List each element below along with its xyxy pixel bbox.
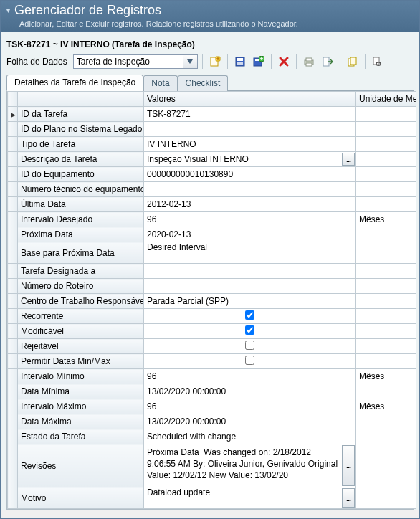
field-value[interactable]: 96 <box>144 369 356 384</box>
field-value[interactable]: 96 <box>144 212 356 227</box>
row-header[interactable] <box>8 369 18 384</box>
field-unit <box>356 324 416 339</box>
field-checkbox[interactable] <box>245 310 254 320</box>
field-label: Intervalo Mínimo <box>18 369 144 384</box>
column-header-unit[interactable]: Unidade de Me <box>356 92 416 107</box>
save-button[interactable] <box>232 54 248 70</box>
new-record-button[interactable] <box>207 54 223 70</box>
row-header[interactable] <box>8 212 18 227</box>
field-value[interactable] <box>144 264 356 279</box>
app-title: Gerenciador de Registros <box>14 3 161 18</box>
export-button[interactable] <box>320 54 335 70</box>
copy-icon <box>347 56 358 67</box>
field-value[interactable]: Próxima Data_Was changed on: 2/18/2012 9… <box>144 444 356 487</box>
field-value[interactable] <box>144 309 356 324</box>
field-value[interactable]: Scheduled with change <box>144 429 356 444</box>
row-header[interactable] <box>8 324 18 339</box>
column-header-field[interactable] <box>18 92 144 107</box>
row-header[interactable] <box>8 152 18 167</box>
datasheet-combo[interactable] <box>73 54 198 69</box>
tab-note[interactable]: Nota <box>143 75 177 91</box>
link-icon <box>372 56 383 67</box>
row-header[interactable] <box>8 242 18 264</box>
save-add-button[interactable] <box>251 54 267 70</box>
field-value[interactable] <box>144 122 356 137</box>
copy-button[interactable] <box>345 54 361 70</box>
field-value[interactable]: IV INTERNO <box>144 137 356 152</box>
corner-cell <box>8 92 18 107</box>
field-label: Centro de Trabalho Responsável <box>18 294 144 309</box>
row-header[interactable] <box>8 294 18 309</box>
row-header[interactable] <box>8 197 18 212</box>
field-value[interactable] <box>144 279 356 294</box>
field-value[interactable] <box>144 324 356 339</box>
field-label: Data Máxima <box>18 414 144 429</box>
field-value[interactable] <box>144 182 356 197</box>
field-label: ID da Tarefa <box>18 107 144 122</box>
row-header[interactable] <box>8 384 18 399</box>
field-label: Tipo de Tarefa <box>18 137 144 152</box>
row-header[interactable] <box>8 122 18 137</box>
field-label: Número técnico do equipamento <box>18 182 144 197</box>
titlebar: ▾ Gerenciador de Registros Adicionar, Ed… <box>1 1 419 32</box>
row-header[interactable]: ▶ <box>8 107 18 122</box>
svg-rect-3 <box>237 58 243 61</box>
row-header[interactable] <box>8 264 18 279</box>
datasheet-input[interactable] <box>73 54 183 69</box>
row-header[interactable] <box>8 309 18 324</box>
row-header[interactable] <box>8 167 18 182</box>
field-value[interactable]: 13/02/2020 00:00:00 <box>144 414 356 429</box>
field-value[interactable]: Desired Interval <box>144 242 356 264</box>
row-header[interactable] <box>8 137 18 152</box>
app-subtitle: Adicionar, Editar e Excluir registros. R… <box>19 19 414 28</box>
row-header[interactable] <box>8 444 18 487</box>
table-row: ▶ID da TarefaTSK-87271 <box>8 107 416 122</box>
field-value[interactable]: 000000000010130890 <box>144 167 356 182</box>
field-unit <box>356 264 416 279</box>
field-value[interactable] <box>144 354 356 369</box>
table-row: Recorrente <box>8 309 416 324</box>
row-header[interactable] <box>8 487 18 509</box>
ellipsis-button[interactable]: ... <box>342 488 355 508</box>
row-header[interactable] <box>8 339 18 354</box>
field-checkbox[interactable] <box>245 341 254 350</box>
column-header-values[interactable]: Valores <box>144 92 356 107</box>
field-value[interactable]: Inspeção Visual INTERNO... <box>144 152 356 167</box>
field-value[interactable] <box>144 339 356 354</box>
ellipsis-button[interactable]: ... <box>342 445 355 486</box>
field-value[interactable]: Parada Parcial (SPP) <box>144 294 356 309</box>
delete-icon <box>278 56 290 67</box>
field-label: ID do Equipamento <box>18 167 144 182</box>
row-header[interactable] <box>8 414 18 429</box>
field-value[interactable]: 13/02/2020 00:00:00 <box>144 384 356 399</box>
tab-checklist[interactable]: Checklist <box>178 75 229 91</box>
row-header[interactable] <box>8 279 18 294</box>
table-row: Estado da TarefaScheduled with change <box>8 429 416 444</box>
field-unit <box>356 152 416 167</box>
field-value[interactable]: Dataload update... <box>144 487 356 509</box>
field-unit <box>356 444 416 487</box>
ellipsis-button[interactable]: ... <box>342 153 355 166</box>
link-button[interactable] <box>370 54 386 70</box>
field-checkbox[interactable] <box>245 325 254 335</box>
row-header[interactable] <box>8 354 18 369</box>
field-unit <box>356 294 416 309</box>
field-label: Revisões <box>18 444 144 487</box>
row-header[interactable] <box>8 429 18 444</box>
field-value[interactable]: 2012-02-13 <box>144 197 356 212</box>
field-value[interactable]: 2020-02-13 <box>144 227 356 242</box>
field-value[interactable]: TSK-87271 <box>144 107 356 122</box>
row-header[interactable] <box>8 399 18 414</box>
field-checkbox[interactable] <box>245 356 254 365</box>
field-value[interactable]: 96 <box>144 399 356 414</box>
tab-details[interactable]: Detalhes da Tarefa de Inspeção <box>6 75 143 91</box>
print-button[interactable] <box>301 54 317 70</box>
delete-button[interactable] <box>276 54 292 70</box>
collapse-icon[interactable]: ▾ <box>6 6 10 14</box>
field-unit: Mêses <box>356 399 416 414</box>
field-label: Base para Próxima Data <box>18 242 144 264</box>
datasheet-dropdown-button[interactable] <box>183 54 198 69</box>
field-unit <box>356 122 416 137</box>
row-header[interactable] <box>8 227 18 242</box>
row-header[interactable] <box>8 182 18 197</box>
